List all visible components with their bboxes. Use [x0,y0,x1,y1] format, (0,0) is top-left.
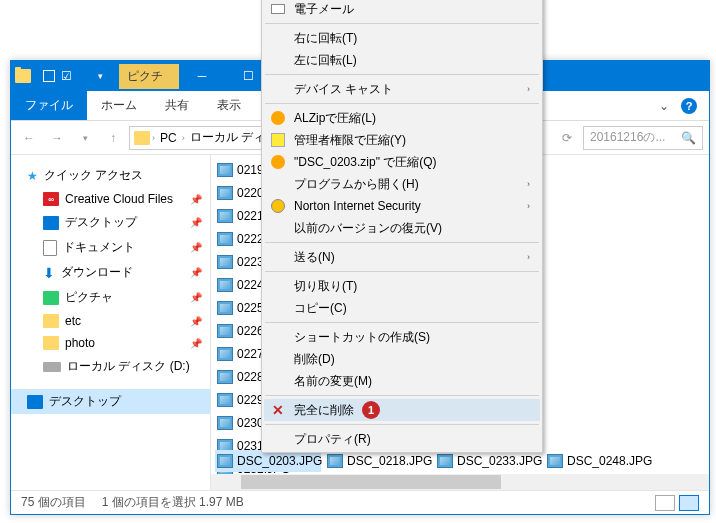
forward-button[interactable]: → [45,126,69,150]
chevron-right-icon: › [527,179,530,189]
desktop-icon [43,216,59,230]
chevron-right-icon: › [527,84,530,94]
menu-copy[interactable]: コピー(C) [264,297,540,319]
menu-delete-permanent[interactable]: ✕ 完全に削除 1 [264,399,540,421]
tab-share[interactable]: 共有 [151,91,203,120]
qat-checkbox-icon[interactable] [43,70,55,82]
status-selection: 1 個の項目を選択 1.97 MB [102,494,244,511]
image-thumbnail-icon [217,163,233,177]
menu-admin-compress[interactable]: 管理者権限で圧縮(Y) [264,129,540,151]
chevron-right-icon[interactable]: › [182,133,185,143]
star-icon: ★ [27,169,38,183]
image-thumbnail-icon [217,232,233,246]
menu-restore-versions[interactable]: 以前のバージョンの復元(V) [264,217,540,239]
sidebar-label: クイック アクセス [44,167,143,184]
window-title: ピクチ [119,64,179,89]
folder-icon [43,314,59,328]
sidebar-etc[interactable]: etc 📌 [11,310,210,332]
navigation-pane: ★ クイック アクセス ∞ Creative Cloud Files 📌 デスク… [11,155,211,490]
menu-properties[interactable]: プロパティ(R) [264,428,540,450]
menu-label: 切り取り(T) [294,278,357,295]
pictures-icon [43,291,59,305]
alzip-icon [270,110,286,126]
sidebar-label: デスクトップ [49,393,121,410]
sidebar-pictures[interactable]: ピクチャ 📌 [11,285,210,310]
menu-label: "DSC_0203.zip" で圧縮(Q) [294,154,437,171]
tab-home[interactable]: ホーム [87,91,151,120]
menu-separator [265,23,539,24]
image-thumbnail-icon [217,454,233,468]
window-icon [15,69,31,83]
pin-icon: 📌 [190,242,202,253]
image-thumbnail-icon [217,186,233,200]
context-menu: 電子メール 右に回転(T) 左に回転(L) デバイス キャスト› ALZipで圧… [261,0,543,453]
menu-label: ショートカットの作成(S) [294,329,430,346]
image-thumbnail-icon [217,324,233,338]
help-icon[interactable]: ? [681,98,697,114]
menu-rename[interactable]: 名前の変更(M) [264,370,540,392]
menu-label: 名前の変更(M) [294,373,372,390]
menu-create-shortcut[interactable]: ショートカットの作成(S) [264,326,540,348]
menu-zip-compress[interactable]: "DSC_0203.zip" で圧縮(Q) [264,151,540,173]
qat-checkmark-icon[interactable]: ☑ [61,69,72,83]
menu-cut[interactable]: 切り取り(T) [264,275,540,297]
sidebar-quick-access[interactable]: ★ クイック アクセス [11,163,210,188]
menu-label: 以前のバージョンの復元(V) [294,220,442,237]
search-icon: 🔍 [681,131,696,145]
callout-badge: 1 [362,401,380,419]
file-item[interactable]: DSC_0248.JPG [545,450,651,472]
file-name: DSC_0233.JPG [457,454,542,468]
menu-alzip[interactable]: ALZipで圧縮(L) [264,107,540,129]
image-thumbnail-icon [217,370,233,384]
delete-x-icon: ✕ [270,402,286,418]
sidebar-desktop-root[interactable]: デスクトップ [11,389,210,414]
view-details-button[interactable] [655,495,675,511]
sidebar-label: ローカル ディスク (D:) [67,358,190,375]
chevron-right-icon[interactable]: › [152,133,155,143]
menu-rotate-left[interactable]: 左に回転(L) [264,49,540,71]
sidebar-desktop[interactable]: デスクトップ 📌 [11,210,210,235]
pin-icon: 📌 [190,338,202,349]
menu-rotate-right[interactable]: 右に回転(T) [264,27,540,49]
refresh-button[interactable]: ⟳ [555,126,579,150]
file-item[interactable]: DSC_0203.JPG [215,450,321,472]
menu-device-cast[interactable]: デバイス キャスト› [264,78,540,100]
minimize-button[interactable]: ─ [179,61,225,91]
up-button[interactable]: ↑ [101,126,125,150]
image-thumbnail-icon [547,454,563,468]
ribbon-expand-icon[interactable]: ⌄ [659,99,669,113]
tab-view[interactable]: 表示 [203,91,255,120]
drive-icon [43,362,61,372]
recent-dropdown-icon[interactable]: ▾ [73,126,97,150]
menu-email[interactable]: 電子メール [264,0,540,20]
sidebar-creative-cloud[interactable]: ∞ Creative Cloud Files 📌 [11,188,210,210]
menu-separator [265,271,539,272]
view-icons-button[interactable] [679,495,699,511]
menu-label: プロパティ(R) [294,431,371,448]
menu-open-with[interactable]: プログラムから開く(H)› [264,173,540,195]
sidebar-local-disk[interactable]: ローカル ディスク (D:) [11,354,210,379]
sidebar-label: Creative Cloud Files [65,192,173,206]
alzip-icon [270,154,286,170]
menu-label: 削除(D) [294,351,335,368]
sidebar-label: ピクチャ [65,289,113,306]
breadcrumb-pc[interactable]: PC [157,131,180,145]
back-button[interactable]: ← [17,126,41,150]
menu-send-to[interactable]: 送る(N)› [264,246,540,268]
file-item[interactable]: DSC_0233.JPG [435,450,541,472]
horizontal-scrollbar[interactable] [211,474,709,490]
qat-dropdown-icon[interactable]: ▾ [98,71,103,81]
menu-norton[interactable]: Norton Internet Security› [264,195,540,217]
pin-icon: 📌 [190,267,202,278]
menu-label: ALZipで圧縮(L) [294,110,376,127]
file-item[interactable]: DSC_0218.JPG [325,450,431,472]
tab-file[interactable]: ファイル [11,91,87,120]
sidebar-documents[interactable]: ドキュメント 📌 [11,235,210,260]
scrollbar-thumb[interactable] [241,475,501,489]
sidebar-downloads[interactable]: ⬇ ダウンロード 📌 [11,260,210,285]
qat-folder-icon[interactable] [78,70,92,82]
search-input[interactable]: 20161216の... 🔍 [583,126,703,150]
sidebar-photo[interactable]: photo 📌 [11,332,210,354]
menu-delete[interactable]: 削除(D) [264,348,540,370]
image-thumbnail-icon [217,347,233,361]
